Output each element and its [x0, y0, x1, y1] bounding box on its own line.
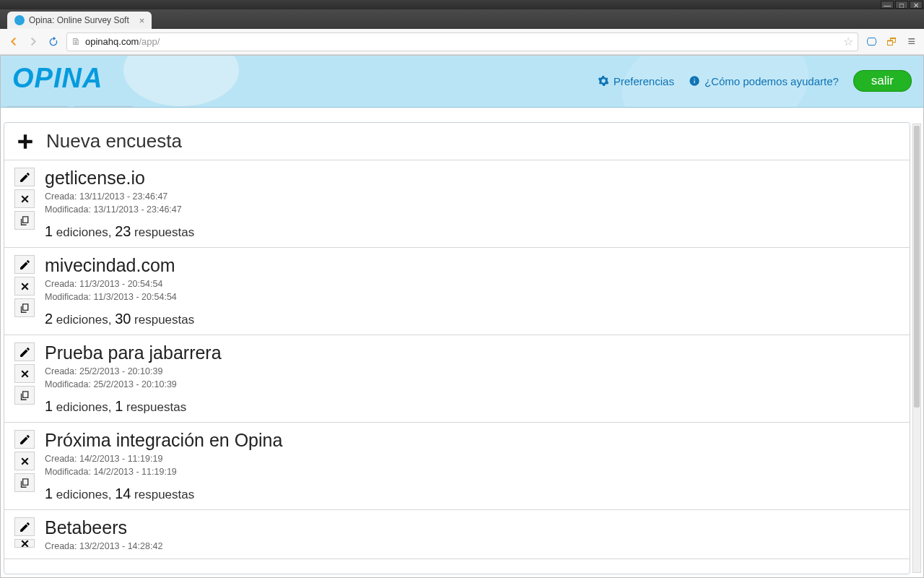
survey-row: getlicense.io Creada: 13/11/2013 - 23:46…	[4, 160, 910, 248]
reload-icon	[48, 36, 59, 48]
header-links: Preferencias ¿Cómo podemos ayudarte? sal…	[598, 70, 912, 92]
copy-icon	[19, 389, 31, 402]
info-icon	[689, 75, 700, 87]
browser-toolbar: 🗎 opinahq.com/app/ ☆ 🖵 🗗 ≡	[0, 29, 924, 55]
copy-icon	[19, 302, 31, 314]
preferences-link[interactable]: Preferencias	[598, 75, 674, 87]
bookmark-star-icon[interactable]: ☆	[843, 35, 853, 48]
survey-title[interactable]: mivecindad.com	[45, 255, 194, 276]
browser-tabstrip: Opina: Online Survey Soft ×	[0, 9, 924, 29]
app-logo: OPINA	[12, 63, 103, 94]
url-path: /app/	[139, 36, 160, 47]
survey-modified: Modificada: 13/11/2013 - 23:46:47	[45, 204, 194, 215]
edit-button[interactable]	[14, 255, 35, 274]
survey-row: Próxima integración en Opina Creada: 14/…	[4, 423, 910, 510]
pencil-icon	[19, 259, 31, 271]
survey-row: mivecindad.com Creada: 11/3/2013 - 20:54…	[4, 248, 910, 335]
survey-row: Prueba para jabarrera Creada: 25/2/2013 …	[4, 335, 910, 423]
survey-modified: Modificada: 25/2/2013 - 20:10:39	[45, 379, 222, 389]
forward-button[interactable]	[26, 35, 40, 49]
survey-created: Creada: 13/2/2013 - 14:28:42	[45, 541, 162, 551]
app-tabs: Encuestas Contactos	[5, 106, 135, 108]
survey-stats: 1 ediciones, 1 respuestas	[45, 398, 222, 415]
survey-title[interactable]: Betabeers	[45, 517, 162, 538]
browser-tab-title: Opina: Online Survey Soft	[29, 15, 129, 25]
close-icon	[19, 193, 31, 205]
survey-created: Creada: 14/2/2013 - 11:19:19	[45, 454, 282, 464]
app-header: OPINA Preferencias ¿Cómo podemos ayudart…	[1, 56, 923, 108]
scroll-thumb[interactable]	[914, 126, 920, 407]
close-icon	[19, 368, 31, 380]
window-maximize-button[interactable]: □	[895, 1, 908, 9]
survey-title[interactable]: Prueba para jabarrera	[45, 342, 222, 363]
browser-tab[interactable]: Opina: Online Survey Soft ×	[7, 12, 152, 29]
survey-info: Betabeers Creada: 13/2/2013 - 14:28:42 M…	[45, 517, 162, 551]
pencil-icon	[19, 434, 31, 446]
extension-windows-icon[interactable]: 🗗	[884, 35, 899, 49]
pencil-icon	[19, 521, 31, 533]
survey-stats: 1 ediciones, 14 respuestas	[45, 486, 282, 502]
survey-row: Betabeers Creada: 13/2/2013 - 14:28:42 M…	[4, 510, 910, 559]
os-titlebar: — □ ✕	[0, 0, 924, 9]
window-close-button[interactable]: ✕	[910, 1, 923, 9]
tab-surveys[interactable]: Encuestas	[5, 106, 69, 108]
delete-button[interactable]	[14, 452, 35, 470]
plus-icon	[14, 131, 36, 152]
survey-title[interactable]: Próxima integración en Opina	[45, 430, 282, 451]
window-minimize-button[interactable]: —	[881, 1, 894, 9]
edit-button[interactable]	[14, 517, 35, 536]
edit-button[interactable]	[14, 430, 35, 449]
duplicate-button[interactable]	[14, 298, 35, 317]
browser-menu-icon[interactable]: ≡	[905, 34, 918, 49]
help-link[interactable]: ¿Cómo podemos ayudarte?	[689, 75, 839, 87]
vertical-scrollbar[interactable]: ▲	[912, 124, 921, 573]
survey-info: mivecindad.com Creada: 11/3/2013 - 20:54…	[45, 255, 194, 327]
survey-stats: 2 ediciones, 30 respuestas	[45, 311, 194, 327]
survey-created: Creada: 13/11/2013 - 23:46:47	[45, 191, 194, 202]
delete-button[interactable]	[14, 364, 35, 383]
survey-actions	[14, 255, 35, 317]
app-viewport: OPINA Preferencias ¿Cómo podemos ayudart…	[0, 55, 924, 578]
survey-info: Próxima integración en Opina Creada: 14/…	[45, 430, 282, 502]
content-frame: Nueva encuesta getlicense.io Creada: 13/…	[4, 122, 910, 574]
duplicate-button[interactable]	[14, 211, 35, 230]
survey-modified: Modificada: 11/3/2013 - 20:54:54	[45, 292, 194, 302]
delete-button[interactable]	[14, 189, 35, 208]
pencil-icon	[19, 346, 31, 358]
survey-actions	[14, 430, 35, 492]
survey-actions	[14, 517, 35, 548]
page-icon: 🗎	[71, 36, 81, 47]
survey-stats: 1 ediciones, 23 respuestas	[45, 223, 194, 240]
preferences-label: Preferencias	[614, 75, 674, 87]
favicon-icon	[14, 15, 25, 25]
copy-icon	[19, 477, 31, 489]
delete-button[interactable]	[14, 539, 35, 548]
help-label: ¿Cómo podemos ayudarte?	[705, 75, 839, 87]
duplicate-button[interactable]	[14, 473, 35, 492]
edit-button[interactable]	[14, 342, 35, 361]
survey-title[interactable]: getlicense.io	[45, 168, 194, 189]
back-button[interactable]	[6, 35, 20, 49]
delete-button[interactable]	[14, 277, 35, 296]
survey-modified: Modificada: 14/2/2013 - 11:19:19	[45, 467, 282, 477]
new-survey-label: Nueva encuesta	[46, 130, 182, 152]
gear-icon	[598, 75, 609, 87]
extension-screenshot-icon[interactable]: 🖵	[864, 35, 879, 49]
reload-button[interactable]	[46, 35, 61, 49]
tab-close-icon[interactable]: ×	[139, 15, 145, 26]
survey-actions	[14, 168, 35, 230]
close-icon	[19, 455, 31, 467]
cloud-decoration	[123, 56, 239, 106]
duplicate-button[interactable]	[14, 386, 35, 405]
survey-info: getlicense.io Creada: 13/11/2013 - 23:46…	[45, 168, 194, 240]
address-bar[interactable]: 🗎 opinahq.com/app/ ☆	[66, 33, 858, 51]
copy-icon	[19, 215, 31, 227]
logout-button[interactable]: salir	[853, 70, 912, 92]
pencil-icon	[19, 171, 31, 184]
tab-contacts[interactable]: Contactos	[72, 106, 135, 108]
chevron-left-icon	[7, 35, 19, 48]
new-survey-row[interactable]: Nueva encuesta	[4, 123, 910, 160]
survey-actions	[14, 342, 35, 405]
close-icon	[19, 539, 31, 548]
edit-button[interactable]	[14, 168, 35, 186]
